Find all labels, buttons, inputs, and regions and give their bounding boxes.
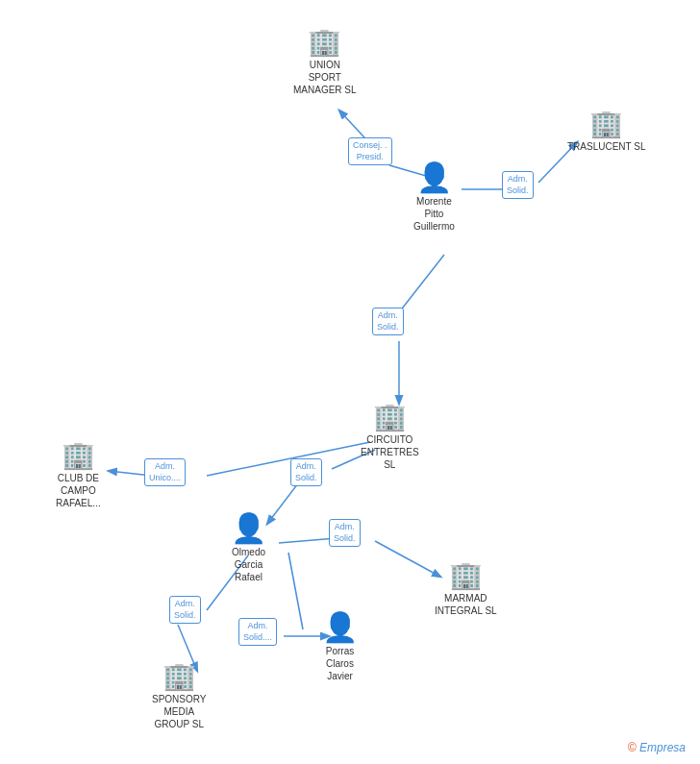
label-olmedo: Olmedo Garcia Rafael bbox=[232, 546, 265, 583]
label-morente: Morente Pitto Guillermo bbox=[413, 195, 455, 233]
badge-adm-unico-club[interactable]: Adm. Unico.... bbox=[144, 458, 186, 486]
svg-line-6 bbox=[207, 442, 370, 476]
svg-line-9 bbox=[267, 483, 298, 524]
badge-consej-presid[interactable]: Consej. . Presid. bbox=[348, 137, 392, 165]
person-icon-olmedo: 👤 bbox=[231, 514, 266, 543]
node-porras: 👤 Porras Claros Javier bbox=[322, 613, 358, 682]
label-circuito: CIRCUITO ENTRETRES SL bbox=[361, 433, 419, 471]
building-icon-club: 🏢 bbox=[62, 442, 95, 469]
node-morente: 👤 Morente Pitto Guillermo bbox=[413, 163, 455, 233]
diagram-container: 🏢 UNION SPORT MANAGER SL 🏢 TRASLUCENT SL… bbox=[0, 0, 700, 764]
person-icon-morente: 👤 bbox=[416, 163, 452, 192]
label-club-campo: CLUB DE CAMPO RAFAEL... bbox=[56, 472, 101, 509]
badge-adm-solid-club[interactable]: Adm. Solid. bbox=[290, 458, 322, 486]
badge-adm-solid-porras[interactable]: Adm. Solid.... bbox=[238, 618, 277, 646]
label-porras: Porras Claros Javier bbox=[326, 645, 354, 682]
building-icon-union: 🏢 bbox=[308, 29, 341, 56]
badge-adm-solid-circuito[interactable]: Adm. Solid. bbox=[372, 308, 404, 335]
building-icon-circuito: 🏢 bbox=[373, 404, 407, 431]
svg-line-10 bbox=[279, 538, 337, 543]
node-union-sport: 🏢 UNION SPORT MANAGER SL bbox=[293, 29, 357, 96]
building-icon-traslucent: 🏢 bbox=[589, 111, 623, 137]
badge-adm-solid-traslucent[interactable]: Adm. Solid. bbox=[502, 171, 534, 199]
svg-line-4 bbox=[399, 255, 444, 312]
label-sponsory: SPONSORY MEDIA GROUP SL bbox=[152, 693, 207, 730]
copyright-symbol: © bbox=[628, 741, 637, 754]
building-icon-sponsory: 🏢 bbox=[162, 663, 196, 690]
node-circuito: 🏢 CIRCUITO ENTRETRES SL bbox=[361, 404, 419, 471]
building-icon-marmad: 🏢 bbox=[449, 562, 483, 589]
node-traslucent: 🏢 TRASLUCENT SL bbox=[567, 111, 646, 153]
svg-line-14 bbox=[288, 553, 303, 629]
label-union-sport: UNION SPORT MANAGER SL bbox=[293, 59, 357, 96]
label-traslucent: TRASLUCENT SL bbox=[567, 140, 646, 153]
node-marmad: 🏢 MARMAD INTEGRAL SL bbox=[435, 562, 497, 617]
person-icon-porras: 👤 bbox=[322, 613, 358, 642]
label-marmad: MARMAD INTEGRAL SL bbox=[435, 592, 497, 617]
watermark: © Empresa bbox=[628, 741, 686, 754]
node-olmedo: 👤 Olmedo Garcia Rafael bbox=[231, 514, 266, 583]
node-club-campo: 🏢 CLUB DE CAMPO RAFAEL... bbox=[56, 442, 101, 509]
badge-adm-solid-olmedo[interactable]: Adm. Solid. bbox=[329, 519, 361, 547]
node-sponsory: 🏢 SPONSORY MEDIA GROUP SL bbox=[152, 663, 207, 730]
watermark-text: Empresa bbox=[637, 741, 686, 754]
badge-adm-solid-sponsory[interactable]: Adm. Solid. bbox=[169, 596, 201, 624]
svg-line-11 bbox=[375, 541, 440, 577]
